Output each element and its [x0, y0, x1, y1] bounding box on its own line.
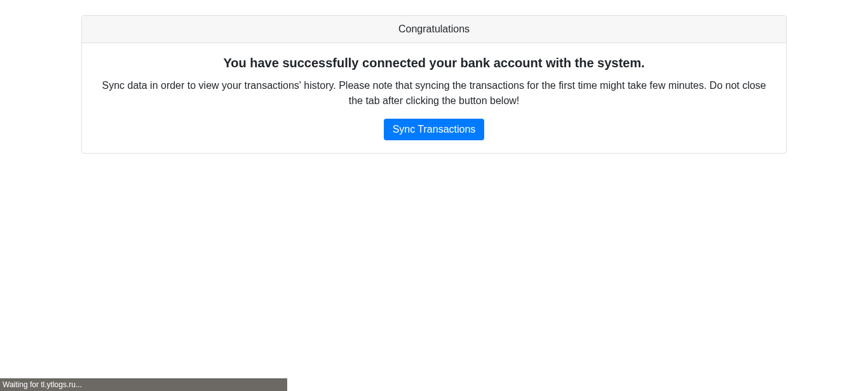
page-container: Congratulations You have successfully co… [0, 0, 868, 154]
status-bar-text: Waiting for tl.ytlogs.ru... [3, 380, 82, 389]
congratulations-card: Congratulations You have successfully co… [81, 15, 787, 154]
card-description: Sync data in order to view your transact… [95, 78, 773, 109]
sync-transactions-button[interactable]: Sync Transactions [384, 119, 485, 140]
card-title: You have successfully connected your ban… [95, 56, 773, 70]
browser-status-bar: Waiting for tl.ytlogs.ru... [0, 378, 287, 391]
card-body: You have successfully connected your ban… [82, 43, 786, 153]
card-header: Congratulations [82, 16, 786, 43]
